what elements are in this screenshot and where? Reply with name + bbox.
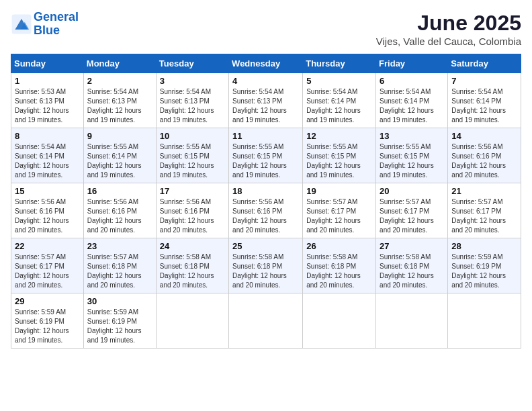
sunset: Sunset: 6:13 PM [160,97,225,106]
daylight: Daylight: 12 hours and 20 minutes. [306,216,372,235]
calendar-cell: 6 Sunrise: 5:54 AM Sunset: 6:14 PM Dayli… [376,73,448,128]
daylight: Daylight: 12 hours and 19 minutes. [15,161,80,180]
day-info: Sunrise: 5:59 AM Sunset: 6:19 PM Dayligh… [87,308,152,345]
logo-text: General Blue [34,11,79,38]
sunset: Sunset: 6:18 PM [232,262,299,271]
day-number: 23 [87,241,152,251]
day-info: Sunrise: 5:59 AM Sunset: 6:19 PM Dayligh… [15,308,80,345]
day-info: Sunrise: 5:58 AM Sunset: 6:18 PM Dayligh… [306,253,372,290]
calendar-cell: 14 Sunrise: 5:56 AM Sunset: 6:16 PM Dayl… [448,128,521,183]
calendar-cell: 24 Sunrise: 5:58 AM Sunset: 6:18 PM Dayl… [156,238,228,293]
day-number: 1 [15,76,80,86]
sunrise: Sunrise: 5:58 AM [232,253,299,262]
logo: General Blue [11,11,79,38]
sunrise: Sunrise: 5:56 AM [451,142,517,152]
day-number: 25 [232,241,299,251]
header-wednesday: Wednesday [229,54,303,73]
daylight: Daylight: 12 hours and 20 minutes. [15,271,80,290]
sunrise: Sunrise: 5:56 AM [87,197,152,207]
sunrise: Sunrise: 5:59 AM [15,308,80,317]
sunrise: Sunrise: 5:59 AM [87,308,152,317]
day-number: 14 [451,131,517,141]
daylight: Daylight: 12 hours and 19 minutes. [87,326,152,345]
sunset: Sunset: 6:17 PM [380,207,444,216]
sunset: Sunset: 6:18 PM [160,262,225,271]
day-info: Sunrise: 5:56 AM Sunset: 6:16 PM Dayligh… [160,197,225,235]
day-number: 28 [451,241,517,251]
day-number: 3 [160,76,225,86]
day-info: Sunrise: 5:56 AM Sunset: 6:16 PM Dayligh… [232,197,299,235]
calendar-cell: 20 Sunrise: 5:57 AM Sunset: 6:17 PM Dayl… [376,183,448,238]
day-info: Sunrise: 5:56 AM Sunset: 6:16 PM Dayligh… [87,197,152,235]
calendar-cell: 21 Sunrise: 5:57 AM Sunset: 6:17 PM Dayl… [448,183,521,238]
calendar-cell: 30 Sunrise: 5:59 AM Sunset: 6:19 PM Dayl… [83,293,156,349]
calendar-cell [376,293,448,349]
day-number: 30 [87,296,152,306]
sunset: Sunset: 6:15 PM [232,152,299,161]
sunset: Sunset: 6:14 PM [451,97,517,106]
sunset: Sunset: 6:15 PM [306,152,372,161]
calendar-cell: 2 Sunrise: 5:54 AM Sunset: 6:13 PM Dayli… [83,73,156,128]
sunset: Sunset: 6:14 PM [380,97,444,106]
day-info: Sunrise: 5:54 AM Sunset: 6:14 PM Dayligh… [451,87,517,125]
sunrise: Sunrise: 5:55 AM [306,142,372,152]
calendar-cell: 19 Sunrise: 5:57 AM Sunset: 6:17 PM Dayl… [303,183,376,238]
day-info: Sunrise: 5:58 AM Sunset: 6:18 PM Dayligh… [232,253,299,290]
calendar-cell [303,293,376,349]
calendar-week-2: 8 Sunrise: 5:54 AM Sunset: 6:14 PM Dayli… [11,128,521,183]
sunset: Sunset: 6:16 PM [160,207,225,216]
sunrise: Sunrise: 5:55 AM [160,142,225,152]
day-number: 4 [232,76,299,86]
sunset: Sunset: 6:17 PM [15,262,80,271]
header-sunday: Sunday [11,54,84,73]
sunset: Sunset: 6:13 PM [87,97,152,106]
header-saturday: Saturday [448,54,521,73]
sunrise: Sunrise: 5:55 AM [380,142,444,152]
sunrise: Sunrise: 5:54 AM [451,87,517,97]
daylight: Daylight: 12 hours and 19 minutes. [232,161,299,180]
day-info: Sunrise: 5:57 AM Sunset: 6:17 PM Dayligh… [306,197,372,235]
daylight: Daylight: 12 hours and 19 minutes. [15,326,80,345]
daylight: Daylight: 12 hours and 20 minutes. [160,271,225,290]
header-thursday: Thursday [303,54,376,73]
sunset: Sunset: 6:13 PM [232,97,299,106]
day-info: Sunrise: 5:58 AM Sunset: 6:18 PM Dayligh… [160,253,225,290]
day-info: Sunrise: 5:54 AM Sunset: 6:13 PM Dayligh… [87,87,152,125]
day-info: Sunrise: 5:54 AM Sunset: 6:13 PM Dayligh… [232,87,299,125]
day-number: 5 [306,76,372,86]
calendar-cell: 12 Sunrise: 5:55 AM Sunset: 6:15 PM Dayl… [303,128,376,183]
day-number: 8 [15,131,80,141]
day-info: Sunrise: 5:56 AM Sunset: 6:16 PM Dayligh… [15,197,80,235]
daylight: Daylight: 12 hours and 20 minutes. [87,216,152,235]
sunrise: Sunrise: 5:58 AM [306,253,372,262]
sunset: Sunset: 6:18 PM [380,262,444,271]
day-number: 18 [232,186,299,196]
calendar-week-3: 15 Sunrise: 5:56 AM Sunset: 6:16 PM Dayl… [11,183,521,238]
calendar-cell: 15 Sunrise: 5:56 AM Sunset: 6:16 PM Dayl… [11,183,84,238]
weekday-header-row: Sunday Monday Tuesday Wednesday Thursday… [11,54,521,73]
sunset: Sunset: 6:14 PM [306,97,372,106]
daylight: Daylight: 12 hours and 19 minutes. [15,106,80,125]
sunrise: Sunrise: 5:57 AM [15,253,80,262]
day-info: Sunrise: 5:55 AM Sunset: 6:14 PM Dayligh… [87,142,152,180]
day-info: Sunrise: 5:54 AM Sunset: 6:13 PM Dayligh… [160,87,225,125]
sunrise: Sunrise: 5:57 AM [380,197,444,207]
page-header: General Blue June 2025 Vijes, Valle del … [11,11,521,47]
day-number: 11 [232,131,299,141]
day-info: Sunrise: 5:54 AM Sunset: 6:14 PM Dayligh… [15,142,80,180]
day-number: 19 [306,186,372,196]
sunrise: Sunrise: 5:54 AM [160,87,225,97]
daylight: Daylight: 12 hours and 20 minutes. [15,216,80,235]
day-info: Sunrise: 5:57 AM Sunset: 6:18 PM Dayligh… [87,253,152,290]
sunrise: Sunrise: 5:59 AM [451,253,517,262]
day-info: Sunrise: 5:55 AM Sunset: 6:15 PM Dayligh… [306,142,372,180]
day-info: Sunrise: 5:56 AM Sunset: 6:16 PM Dayligh… [451,142,517,180]
calendar-cell [448,293,521,349]
day-number: 9 [87,131,152,141]
sunrise: Sunrise: 5:57 AM [87,253,152,262]
day-info: Sunrise: 5:57 AM Sunset: 6:17 PM Dayligh… [15,253,80,290]
sunset: Sunset: 6:14 PM [15,152,80,161]
calendar-cell: 23 Sunrise: 5:57 AM Sunset: 6:18 PM Dayl… [83,238,156,293]
calendar-table: Sunday Monday Tuesday Wednesday Thursday… [11,54,521,349]
sunrise: Sunrise: 5:53 AM [15,87,80,97]
